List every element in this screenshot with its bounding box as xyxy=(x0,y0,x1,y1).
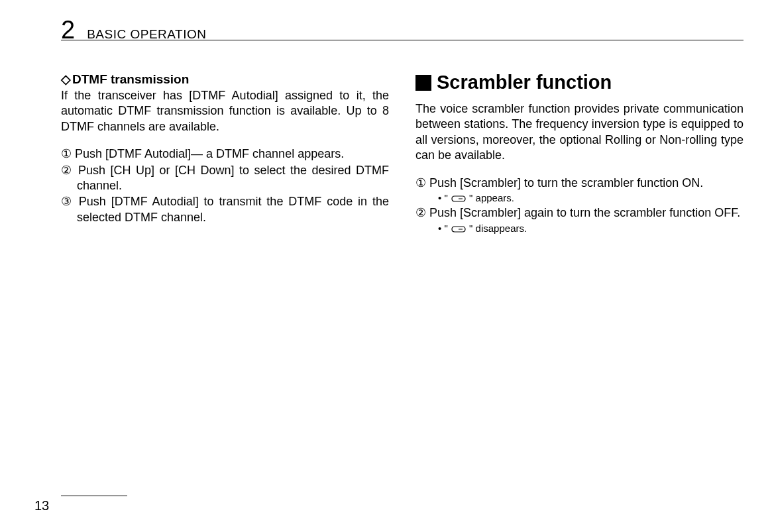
step-marker: ① xyxy=(61,147,72,160)
left-column: ◇DTMF transmission If the transceiver ha… xyxy=(61,72,389,236)
step-marker: ② xyxy=(61,164,74,177)
scrambler-step-2: ② Push [Scrambler] again to turn the scr… xyxy=(415,205,743,221)
step-text: Push [DTMF Autodial]— a DTMF channel app… xyxy=(75,147,344,160)
content-area: ◇DTMF transmission If the transceiver ha… xyxy=(61,72,743,236)
dtmf-intro: If the transceiver has [DTMF Autodial] a… xyxy=(61,88,389,134)
dtmf-title-text: DTMF transmission xyxy=(72,72,189,86)
dtmf-step-3: ③ Push [DTMF Autodial] to transmit the D… xyxy=(61,194,389,225)
page-number: 13 xyxy=(34,498,49,513)
scrambler-intro: The voice scrambler function provides pr… xyxy=(415,101,743,164)
step-text: Push [Scrambler] to turn the scrambler f… xyxy=(429,176,703,189)
scrambler-heading: Scrambler function xyxy=(415,72,743,93)
footer-line xyxy=(61,496,127,496)
dtmf-section-title: ◇DTMF transmission xyxy=(61,72,389,87)
header-divider xyxy=(61,40,743,40)
note-suffix: " appears. xyxy=(467,192,514,203)
dtmf-step-2: ② Push [CH Up] or [CH Down] to select th… xyxy=(61,163,389,194)
step-marker: ① xyxy=(415,176,426,189)
scrambler-note-1: • " " appears. xyxy=(415,191,743,205)
scrambler-icon xyxy=(451,226,467,233)
square-icon xyxy=(415,75,431,91)
right-column: Scrambler function The voice scrambler f… xyxy=(415,72,743,236)
diamond-icon: ◇ xyxy=(61,72,71,87)
step-marker: ② xyxy=(415,206,426,219)
dtmf-step-1: ① Push [DTMF Autodial]— a DTMF channel a… xyxy=(61,146,389,162)
note-prefix: • " xyxy=(438,223,451,234)
scrambler-note-2: • " " disappears. xyxy=(415,222,743,235)
note-suffix: " disappears. xyxy=(467,223,527,234)
step-text: Push [Scrambler] again to turn the scram… xyxy=(429,206,740,219)
step-text: Push [CH Up] or [CH Down] to select the … xyxy=(77,164,389,192)
scrambler-icon xyxy=(451,195,467,202)
scrambler-step-1: ① Push [Scrambler] to turn the scrambler… xyxy=(415,176,743,191)
note-prefix: • " xyxy=(438,192,451,203)
scrambler-heading-text: Scrambler function xyxy=(437,72,612,93)
step-marker: ③ xyxy=(61,195,74,208)
step-text: Push [DTMF Autodial] to transmit the DTM… xyxy=(77,195,389,223)
